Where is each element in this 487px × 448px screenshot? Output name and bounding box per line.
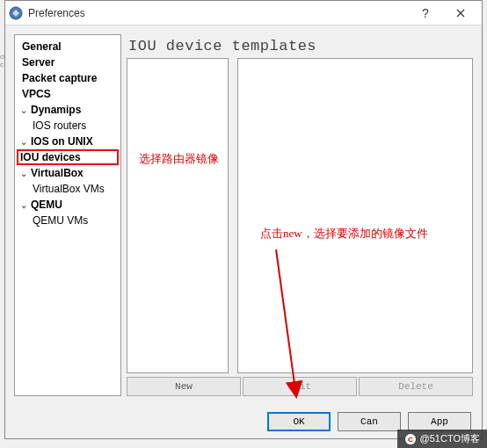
tree-item-iou-devices[interactable]: IOU devices — [17, 149, 119, 165]
tree-item-qemu-vms[interactable]: QEMU VMs — [17, 213, 119, 228]
chevron-down-icon: ⌄ — [20, 137, 29, 147]
tree-item-packet-capture[interactable]: Packet capture — [17, 70, 119, 86]
app-icon — [9, 6, 23, 20]
category-tree[interactable]: General Server Packet capture VPCS ⌄Dyna… — [14, 34, 121, 396]
dialog-content: General Server Packet capture VPCS ⌄Dyna… — [5, 25, 482, 405]
tree-item-general[interactable]: General — [17, 39, 119, 54]
svg-text:C: C — [408, 436, 413, 444]
main-panel: IOU device templates New Edit Delete — [127, 34, 473, 396]
watermark: C @51CTO博客 — [397, 430, 487, 448]
tree-item-virtualbox-vms[interactable]: VirtualBox VMs — [17, 181, 119, 197]
ok-button[interactable]: OK — [267, 412, 331, 431]
tree-item-ios-on-unix[interactable]: ⌄IOS on UNIX — [17, 134, 119, 149]
tree-item-qemu[interactable]: ⌄QEMU — [17, 197, 119, 213]
watermark-icon: C — [404, 433, 417, 445]
new-button[interactable]: New — [127, 377, 241, 396]
close-button[interactable] — [443, 1, 478, 25]
titlebar: Preferences ? — [5, 1, 482, 25]
template-toolbar: New Edit Delete — [127, 377, 473, 396]
template-list-pane[interactable] — [127, 58, 229, 373]
template-panes — [127, 58, 473, 373]
tree-item-virtualbox[interactable]: ⌄VirtualBox — [17, 165, 119, 181]
chevron-down-icon: ⌄ — [20, 169, 29, 178]
cancel-button[interactable]: Can — [338, 412, 401, 431]
edit-button[interactable]: Edit — [243, 377, 357, 396]
tree-item-vpcs[interactable]: VPCS — [17, 86, 119, 102]
chevron-down-icon: ⌄ — [20, 200, 29, 210]
tree-item-ios-routers[interactable]: IOS routers — [17, 118, 119, 134]
tree-item-dynamips[interactable]: ⌄Dynamips — [17, 102, 119, 118]
watermark-text: @51CTO博客 — [420, 432, 480, 445]
chevron-down-icon: ⌄ — [20, 105, 29, 115]
apply-button[interactable]: App — [408, 412, 471, 431]
panel-title: IOU device templates — [127, 34, 473, 58]
preferences-dialog: Preferences ? General Server Packet capt… — [4, 0, 483, 439]
help-button[interactable]: ? — [408, 1, 443, 25]
template-detail-pane — [237, 58, 473, 373]
window-title: Preferences — [28, 7, 408, 19]
tree-item-server[interactable]: Server — [17, 54, 119, 70]
delete-button[interactable]: Delete — [359, 377, 473, 396]
